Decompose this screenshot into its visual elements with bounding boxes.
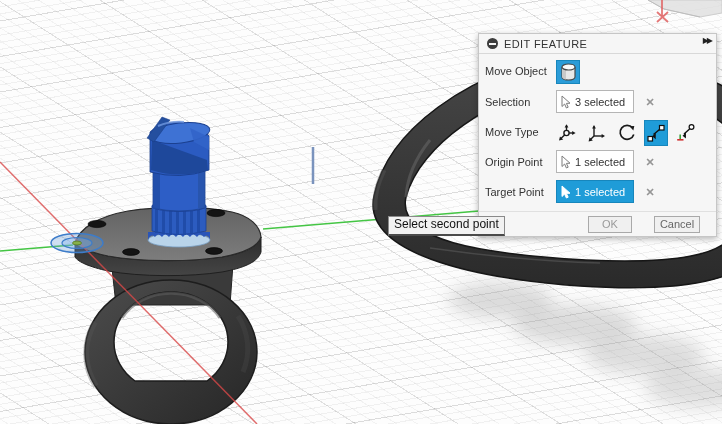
selection-box[interactable]: 3 selected xyxy=(556,90,634,113)
origin-point-label: Origin Point xyxy=(485,155,542,169)
ok-button[interactable]: OK xyxy=(588,216,632,233)
target-point-value: 1 selected xyxy=(575,186,625,198)
cylinder-body-icon xyxy=(560,63,577,82)
expand-panel-icon[interactable]: ▶▶ xyxy=(703,36,711,45)
target-point-label: Target Point xyxy=(485,185,544,199)
free-move-icon xyxy=(557,123,577,143)
selection-value: 3 selected xyxy=(575,96,625,108)
point-to-position-icon xyxy=(676,123,696,143)
selection-label: Selection xyxy=(485,95,530,109)
rotate-icon xyxy=(617,123,637,143)
move-type-rotate[interactable] xyxy=(615,120,639,146)
dialog-header[interactable]: EDIT FEATURE ▶▶ xyxy=(479,34,716,54)
origin-point-marker[interactable] xyxy=(51,234,103,253)
origin-point-box[interactable]: 1 selected xyxy=(556,150,634,173)
target-point-box[interactable]: 1 selected xyxy=(556,180,634,203)
clear-target-icon[interactable]: ✕ xyxy=(641,183,659,201)
ring-model[interactable] xyxy=(75,117,261,424)
clear-origin-icon[interactable]: ✕ xyxy=(641,153,659,171)
distant-component xyxy=(648,0,722,22)
clear-selection-icon[interactable]: ✕ xyxy=(641,93,659,111)
fusion-viewport-screenshot: EDIT FEATURE ▶▶ Move Object Selection 3 … xyxy=(0,0,722,424)
move-object-label: Move Object xyxy=(485,64,547,78)
move-type-translate[interactable] xyxy=(585,120,609,146)
point-to-point-icon xyxy=(646,123,666,143)
move-object-body-button[interactable] xyxy=(556,60,580,84)
footer-divider xyxy=(479,211,716,212)
cancel-button[interactable]: Cancel xyxy=(654,216,700,233)
panel-grip-icon[interactable] xyxy=(487,38,498,49)
cursor-icon xyxy=(561,185,572,199)
prompt-tooltip: Select second point xyxy=(388,216,505,236)
move-type-point-to-position[interactable] xyxy=(674,120,698,146)
selected-feature-blue[interactable] xyxy=(147,117,211,247)
shadow-blobs xyxy=(448,282,722,408)
origin-point-value: 1 selected xyxy=(575,156,625,168)
translate-icon xyxy=(587,123,607,143)
move-type-label: Move Type xyxy=(485,125,539,139)
dialog-title: EDIT FEATURE xyxy=(504,38,587,50)
cursor-icon xyxy=(561,155,572,169)
move-type-free-move[interactable] xyxy=(555,120,579,146)
cursor-icon xyxy=(561,95,572,109)
edit-feature-dialog: EDIT FEATURE ▶▶ Move Object Selection 3 … xyxy=(478,33,717,237)
move-type-point-to-point[interactable] xyxy=(644,120,668,146)
